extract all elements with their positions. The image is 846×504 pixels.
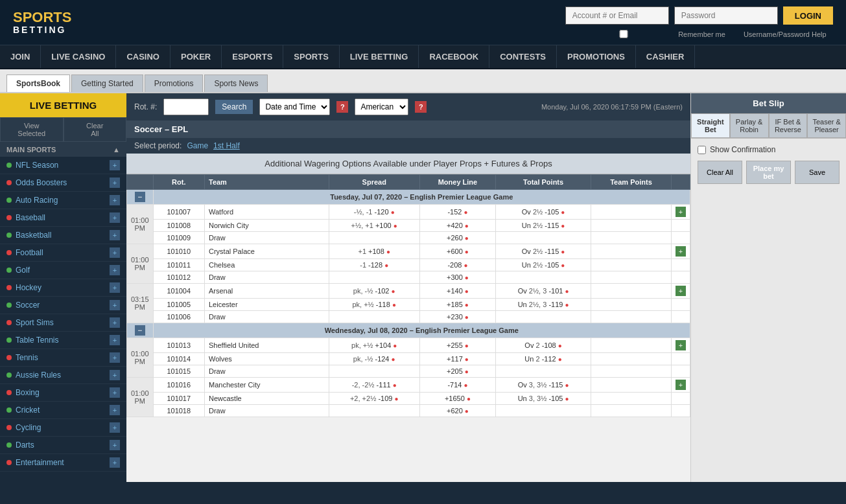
sport-add-button[interactable]: + [110,335,120,345]
odds-value[interactable]: +600 [447,247,463,255]
clear-all-bet-button[interactable]: Clear All [698,161,742,184]
odds-dot[interactable]: ● [465,288,469,295]
odds-value[interactable]: +140 [447,287,463,295]
live-betting-button[interactable]: LIVE BETTING [0,93,126,117]
sport-add-button[interactable]: + [110,422,120,433]
tab-getting-started[interactable]: Getting Started [71,74,143,92]
sport-add-button[interactable]: + [110,317,120,328]
login-button[interactable]: LOGIN [783,6,833,25]
odds-value[interactable]: -111 [377,381,391,389]
odds-dot[interactable]: ● [394,222,397,229]
sidebar-item-basketball[interactable]: Basketball + [0,227,126,244]
nav-item-sports[interactable]: SPORTS [283,45,339,68]
odds-dot[interactable]: ● [465,301,469,308]
expand-button[interactable]: + [676,207,686,217]
odds-dot[interactable]: ● [561,209,565,216]
odds-value[interactable]: -128 [368,261,382,269]
account-input[interactable] [565,6,669,25]
odds-dot[interactable]: ● [465,342,469,349]
odds-value[interactable]: -115 [545,247,559,255]
odds-dot[interactable]: ● [558,356,562,363]
odds-dot[interactable]: ● [393,342,397,349]
sport-add-button[interactable]: + [110,265,120,275]
expand-button[interactable]: + [676,340,686,350]
nav-item-join[interactable]: JOIN [0,45,41,68]
show-confirmation-checkbox[interactable] [698,146,706,154]
odds-dot[interactable]: ● [464,209,467,216]
sidebar-item-golf[interactable]: Golf + [0,262,126,279]
password-input[interactable] [674,6,778,25]
nav-item-live-betting[interactable]: LIVE BETTING [340,45,419,68]
password-help-link[interactable]: Username/Password Help [744,30,827,38]
place-bet-button[interactable]: Place my bet [746,161,791,184]
odds-dot[interactable]: ● [561,262,565,269]
sidebar-item-football[interactable]: Football + [0,244,126,262]
collapse-group-button[interactable]: − [135,325,145,336]
sidebar-item-aussie-rules[interactable]: Aussie Rules + [0,367,126,384]
odds-value[interactable]: +260 [447,234,463,242]
odds-dot[interactable]: ● [386,248,390,255]
odds-dot[interactable]: ● [565,301,569,308]
tab-sports-news[interactable]: Sports News [204,74,268,92]
odds-value[interactable]: -118 [376,301,390,308]
tab-sportsbook[interactable]: SportsBook [6,74,70,92]
nav-item-promotions[interactable]: PROMOTIONS [557,45,636,68]
odds-dot[interactable]: ● [392,288,395,295]
odds-dot[interactable]: ● [393,382,397,389]
odds-value[interactable]: -112 [542,355,556,363]
odds-value[interactable]: +230 [447,313,463,321]
odds-value[interactable]: -120 [375,208,389,216]
sidebar-item-odds-boosters[interactable]: Odds Boosters + [0,174,126,192]
nav-item-esports[interactable]: ESPORTS [222,45,283,68]
odds-value[interactable]: -102 [375,287,389,295]
sport-add-button[interactable]: + [110,440,120,450]
odds-value[interactable]: +104 [375,341,391,349]
sidebar-item-entertainment[interactable]: Entertainment + [0,454,126,472]
odds-value[interactable]: -124 [375,355,389,363]
odds-dot[interactable]: ● [465,248,469,255]
odds-value[interactable]: -105 [545,261,559,269]
clear-all-button[interactable]: ClearAll [64,117,127,142]
sidebar-item-baseball[interactable]: Baseball + [0,209,126,227]
odds-value[interactable]: +205 [447,367,463,375]
odds-value[interactable]: +117 [447,355,463,363]
nav-item-live-casino[interactable]: LIVE CASINO [41,45,116,68]
odds-value[interactable]: +300 [447,273,463,281]
date-help-button[interactable]: ? [336,101,348,113]
tab-promotions[interactable]: Promotions [145,74,204,92]
date-select[interactable]: Date and TimeDateTime [259,98,330,115]
sidebar-item-table-tennis[interactable]: Table Tennis + [0,332,126,349]
odds-dot[interactable]: ● [558,342,562,349]
collapse-group-button[interactable]: − [135,192,145,202]
sidebar-item-boxing[interactable]: Boxing + [0,384,126,402]
bet-tab-1[interactable]: Parlay &Robin [730,113,769,138]
odds-value[interactable]: -714 [447,381,462,389]
nav-item-cashier[interactable]: CASHIER [636,45,696,68]
sidebar-item-sport-sims[interactable]: Sport Sims + [0,314,126,332]
odds-dot[interactable]: ● [392,301,396,308]
rot-input[interactable] [163,98,209,115]
period-game-link[interactable]: Game [187,141,208,150]
odds-select[interactable]: AmericanDecimalFractional [355,98,408,115]
odds-dot[interactable]: ● [464,382,467,389]
sidebar-item-tennis[interactable]: Tennis + [0,349,126,367]
sport-add-button[interactable]: + [110,405,120,415]
sidebar-item-cycling[interactable]: Cycling + [0,419,126,437]
odds-value[interactable]: -115 [548,381,563,389]
odds-value[interactable]: -119 [548,301,563,308]
odds-value[interactable]: +108 [368,247,384,255]
view-selected-button[interactable]: ViewSelected [0,117,64,142]
odds-dot[interactable]: ● [394,395,398,402]
odds-value[interactable]: -152 [447,208,462,216]
odds-dot[interactable]: ● [465,274,469,281]
sport-add-button[interactable]: + [110,457,120,468]
period-half-link[interactable]: 1st Half [213,141,240,150]
odds-value[interactable]: +100 [375,222,392,229]
odds-dot[interactable]: ● [561,222,565,229]
odds-value[interactable]: -208 [447,261,462,269]
nav-item-racebook[interactable]: RACEBOOK [419,45,489,68]
save-bet-button[interactable]: Save [795,161,840,184]
expand-button[interactable]: + [676,380,686,390]
sport-add-button[interactable]: + [110,195,120,205]
sport-add-button[interactable]: + [110,282,120,293]
